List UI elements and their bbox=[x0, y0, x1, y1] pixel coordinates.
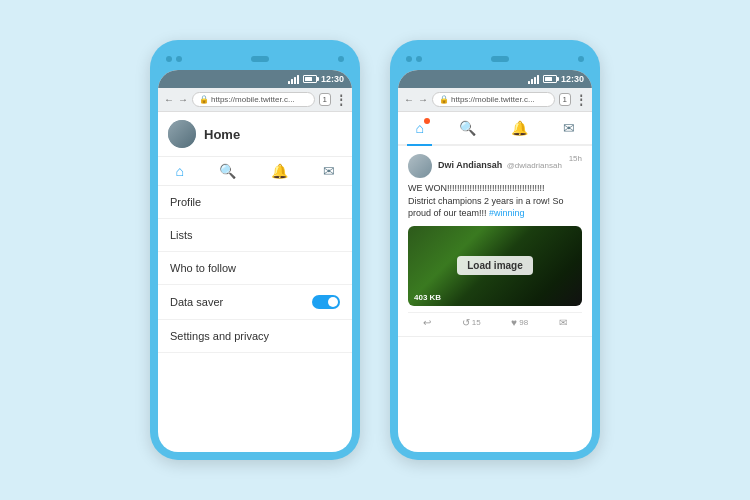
left-url-text: https://mobile.twitter.c... bbox=[211, 95, 295, 104]
battery-icon bbox=[303, 75, 317, 83]
left-menu-list: Profile Lists Who to follow Data saver S… bbox=[158, 186, 352, 452]
forward-button[interactable]: → bbox=[178, 94, 188, 105]
camera bbox=[338, 56, 344, 62]
like-count: 98 bbox=[519, 318, 528, 327]
like-icon: ♥ bbox=[511, 317, 517, 328]
tweet-text: WE WON!!!!!!!!!!!!!!!!!!!!!!!!!!!!!!!!!!… bbox=[408, 182, 582, 220]
menu-label-who-to-follow: Who to follow bbox=[170, 262, 236, 274]
menu-item-profile[interactable]: Profile bbox=[158, 186, 352, 219]
load-image-button[interactable]: Load image bbox=[457, 256, 533, 275]
right-phone-dots bbox=[406, 56, 422, 62]
data-saver-toggle[interactable] bbox=[312, 295, 340, 309]
right-tab-messages[interactable]: ✉ bbox=[555, 116, 583, 140]
left-phone-top bbox=[158, 48, 352, 70]
right-tab-button[interactable]: 1 bbox=[559, 93, 571, 106]
tweet-author-handle: @dwiadriansah bbox=[507, 161, 562, 170]
tweet-card: Dwi Andiansah @dwiadriansah 15h WE WON!!… bbox=[398, 146, 592, 337]
left-nav-tabs: ⌂ 🔍 🔔 ✉ bbox=[158, 157, 352, 186]
dot-2 bbox=[176, 56, 182, 62]
speaker bbox=[251, 56, 269, 62]
lock-icon: 🔒 bbox=[199, 95, 209, 104]
tweet-header: Dwi Andiansah @dwiadriansah 15h bbox=[408, 154, 582, 178]
tweet-image: Load image 403 KB bbox=[408, 226, 582, 306]
menu-item-data-saver[interactable]: Data saver bbox=[158, 285, 352, 320]
left-phone-dots bbox=[166, 56, 182, 62]
right-status-bar: 12:30 bbox=[398, 70, 592, 88]
reply-icon: ↩ bbox=[423, 317, 431, 328]
tweet-action-like[interactable]: ♥ 98 bbox=[511, 317, 528, 328]
tab-search-icon[interactable]: 🔍 bbox=[219, 163, 236, 179]
tab-messages-icon[interactable]: ✉ bbox=[323, 163, 335, 179]
tweet-time: 15h bbox=[569, 154, 582, 163]
left-phone-screen: 12:30 ← → 🔒 https://mobile.twitter.c... … bbox=[158, 70, 352, 452]
left-menu-dots[interactable]: ⋮ bbox=[335, 94, 346, 106]
menu-label-settings: Settings and privacy bbox=[170, 330, 269, 342]
right-dot-2 bbox=[416, 56, 422, 62]
right-speaker bbox=[491, 56, 509, 62]
right-url-text: https://mobile.twitter.c... bbox=[451, 95, 535, 104]
image-size-label: 403 KB bbox=[414, 293, 441, 302]
menu-item-lists[interactable]: Lists bbox=[158, 219, 352, 252]
right-phone: 12:30 ← → 🔒 https://mobile.twitter.c... … bbox=[390, 40, 600, 460]
right-lock-icon: 🔒 bbox=[439, 95, 449, 104]
right-dot-1 bbox=[406, 56, 412, 62]
menu-label-profile: Profile bbox=[170, 196, 201, 208]
right-phone-screen: 12:30 ← → 🔒 https://mobile.twitter.c... … bbox=[398, 70, 592, 452]
right-back-button[interactable]: ← bbox=[404, 94, 414, 105]
left-url-bar[interactable]: 🔒 https://mobile.twitter.c... bbox=[192, 92, 315, 107]
right-forward-button[interactable]: → bbox=[418, 94, 428, 105]
dot-1 bbox=[166, 56, 172, 62]
right-tab-notifications[interactable]: 🔔 bbox=[503, 116, 536, 140]
retweet-icon: ↺ bbox=[462, 317, 470, 328]
tweet-meta: Dwi Andiansah @dwiadriansah bbox=[438, 154, 563, 172]
share-icon: ✉ bbox=[559, 317, 567, 328]
right-browser-bar: ← → 🔒 https://mobile.twitter.c... 1 ⋮ bbox=[398, 88, 592, 112]
left-browser-bar: ← → 🔒 https://mobile.twitter.c... 1 ⋮ bbox=[158, 88, 352, 112]
right-url-bar[interactable]: 🔒 https://mobile.twitter.c... bbox=[432, 92, 555, 107]
home-title: Home bbox=[204, 127, 240, 142]
menu-item-settings[interactable]: Settings and privacy bbox=[158, 320, 352, 353]
menu-label-data-saver: Data saver bbox=[170, 296, 223, 308]
right-menu-dots[interactable]: ⋮ bbox=[575, 94, 586, 106]
tweet-author-name: Dwi Andiansah bbox=[438, 160, 502, 170]
left-phone: 12:30 ← → 🔒 https://mobile.twitter.c... … bbox=[150, 40, 360, 460]
user-avatar bbox=[168, 120, 196, 148]
right-battery-icon bbox=[543, 75, 557, 83]
right-camera bbox=[578, 56, 584, 62]
right-phone-top bbox=[398, 48, 592, 70]
back-button[interactable]: ← bbox=[164, 94, 174, 105]
left-tab-button[interactable]: 1 bbox=[319, 93, 331, 106]
right-nav-tabs: ⌂ 🔍 🔔 ✉ bbox=[398, 112, 592, 146]
right-tab-home[interactable]: ⌂ bbox=[407, 116, 431, 140]
right-signal-icon bbox=[528, 75, 539, 84]
menu-item-who-to-follow[interactable]: Who to follow bbox=[158, 252, 352, 285]
signal-icon bbox=[288, 75, 299, 84]
tab-notifications-icon[interactable]: 🔔 bbox=[271, 163, 288, 179]
tweet-actions: ↩ ↺ 15 ♥ 98 ✉ bbox=[408, 312, 582, 328]
right-status-time: 12:30 bbox=[561, 74, 584, 84]
retweet-count: 15 bbox=[472, 318, 481, 327]
tab-home-icon[interactable]: ⌂ bbox=[175, 163, 183, 179]
left-status-time: 12:30 bbox=[321, 74, 344, 84]
tweet-hashtag[interactable]: #winning bbox=[489, 208, 525, 218]
tweet-action-share[interactable]: ✉ bbox=[559, 317, 567, 328]
left-status-bar: 12:30 bbox=[158, 70, 352, 88]
tweet-action-retweet[interactable]: ↺ 15 bbox=[462, 317, 481, 328]
tweet-action-reply[interactable]: ↩ bbox=[423, 317, 431, 328]
left-home-header: Home bbox=[158, 112, 352, 157]
tweet-avatar bbox=[408, 154, 432, 178]
right-tab-search[interactable]: 🔍 bbox=[451, 116, 484, 140]
home-notification-dot bbox=[424, 118, 430, 124]
menu-label-lists: Lists bbox=[170, 229, 193, 241]
